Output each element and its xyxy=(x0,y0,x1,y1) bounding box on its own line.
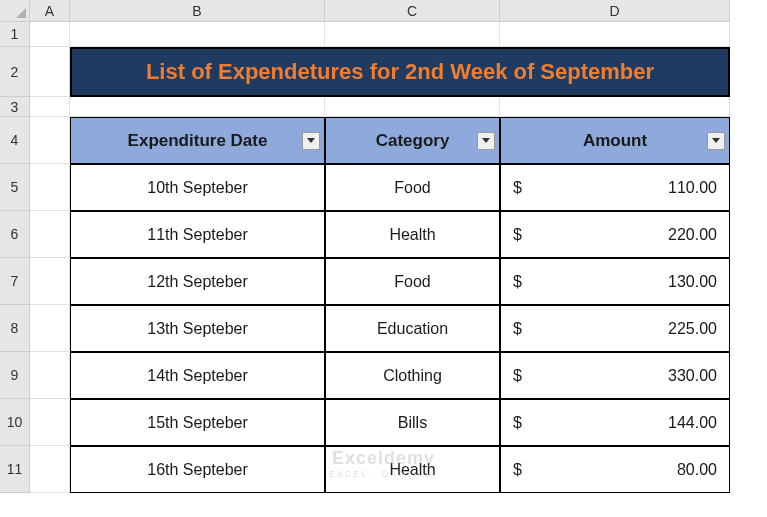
cell-date[interactable]: 14th Septeber xyxy=(70,352,325,399)
title-cell[interactable]: List of Expendetures for 2nd Week of Sep… xyxy=(70,47,730,97)
cell-amount[interactable]: $ 130.00 xyxy=(500,258,730,305)
row-header-10[interactable]: 10 xyxy=(0,399,30,446)
cell-A9[interactable] xyxy=(30,352,70,399)
cell-B3[interactable] xyxy=(70,97,325,117)
table-row: 12th Septeber Food $ 130.00 xyxy=(30,258,730,305)
cell-date[interactable]: 13th Septeber xyxy=(70,305,325,352)
amount-value: 130.00 xyxy=(668,273,717,291)
column-headers: A B C D xyxy=(30,0,730,22)
header-date[interactable]: Expenditure Date xyxy=(70,117,325,164)
currency-symbol: $ xyxy=(513,461,522,479)
table-row: 10th Septeber Food $ 110.00 xyxy=(30,164,730,211)
cell-category[interactable]: Clothing xyxy=(325,352,500,399)
table-row: 14th Septeber Clothing $ 330.00 xyxy=(30,352,730,399)
row-header-7[interactable]: 7 xyxy=(0,258,30,305)
spreadsheet-grid: List of Expendetures for 2nd Week of Sep… xyxy=(30,22,730,493)
cell-amount[interactable]: $ 110.00 xyxy=(500,164,730,211)
col-header-A[interactable]: A xyxy=(30,0,70,22)
cell-category[interactable]: Education xyxy=(325,305,500,352)
table-row: 11th Septeber Health $ 220.00 xyxy=(30,211,730,258)
row-header-4[interactable]: 4 xyxy=(0,117,30,164)
header-date-label: Expenditure Date xyxy=(128,131,268,151)
amount-value: 225.00 xyxy=(668,320,717,338)
cell-A11[interactable] xyxy=(30,446,70,493)
table-row: 13th Septeber Education $ 225.00 xyxy=(30,305,730,352)
cell-A5[interactable] xyxy=(30,164,70,211)
row-header-6[interactable]: 6 xyxy=(0,211,30,258)
row-header-9[interactable]: 9 xyxy=(0,352,30,399)
cell-amount[interactable]: $ 225.00 xyxy=(500,305,730,352)
currency-symbol: $ xyxy=(513,273,522,291)
table-row: 15th Septeber Bills $ 144.00 xyxy=(30,399,730,446)
row-header-1[interactable]: 1 xyxy=(0,22,30,47)
cell-A6[interactable] xyxy=(30,211,70,258)
cell-category[interactable]: Bills xyxy=(325,399,500,446)
col-header-C[interactable]: C xyxy=(325,0,500,22)
filter-button-date[interactable] xyxy=(302,132,320,150)
cell-category[interactable]: Health xyxy=(325,211,500,258)
filter-button-amount[interactable] xyxy=(707,132,725,150)
row-header-2[interactable]: 2 xyxy=(0,47,30,97)
cell-amount[interactable]: $ 80.00 xyxy=(500,446,730,493)
cell-B1[interactable] xyxy=(70,22,325,47)
header-category[interactable]: Category xyxy=(325,117,500,164)
cell-A10[interactable] xyxy=(30,399,70,446)
cell-A1[interactable] xyxy=(30,22,70,47)
currency-symbol: $ xyxy=(513,367,522,385)
currency-symbol: $ xyxy=(513,226,522,244)
cell-category[interactable]: Food xyxy=(325,164,500,211)
cell-category[interactable]: Food xyxy=(325,258,500,305)
amount-value: 144.00 xyxy=(668,414,717,432)
amount-value: 110.00 xyxy=(668,179,717,197)
row-header-8[interactable]: 8 xyxy=(0,305,30,352)
cell-A8[interactable] xyxy=(30,305,70,352)
row-headers: 1 2 3 4 5 6 7 8 9 10 11 xyxy=(0,22,30,493)
row-header-11[interactable]: 11 xyxy=(0,446,30,493)
cell-date[interactable]: 11th Septeber xyxy=(70,211,325,258)
table-row: 16th Septeber Health $ 80.00 xyxy=(30,446,730,493)
select-all-corner[interactable] xyxy=(0,0,30,22)
cell-D3[interactable] xyxy=(500,97,730,117)
amount-value: 80.00 xyxy=(677,461,717,479)
header-amount[interactable]: Amount xyxy=(500,117,730,164)
col-header-D[interactable]: D xyxy=(500,0,730,22)
cell-date[interactable]: 10th Septeber xyxy=(70,164,325,211)
cell-A4[interactable] xyxy=(30,117,70,164)
cell-A3[interactable] xyxy=(30,97,70,117)
cell-date[interactable]: 12th Septeber xyxy=(70,258,325,305)
cell-amount[interactable]: $ 144.00 xyxy=(500,399,730,446)
amount-value: 220.00 xyxy=(668,226,717,244)
cell-C1[interactable] xyxy=(325,22,500,47)
header-category-label: Category xyxy=(376,131,450,151)
cell-amount[interactable]: $ 220.00 xyxy=(500,211,730,258)
currency-symbol: $ xyxy=(513,414,522,432)
cell-A7[interactable] xyxy=(30,258,70,305)
cell-D1[interactable] xyxy=(500,22,730,47)
title-text: List of Expendetures for 2nd Week of Sep… xyxy=(146,59,654,85)
cell-amount[interactable]: $ 330.00 xyxy=(500,352,730,399)
cell-date[interactable]: 15th Septeber xyxy=(70,399,325,446)
amount-value: 330.00 xyxy=(668,367,717,385)
cell-A2[interactable] xyxy=(30,47,70,97)
filter-button-category[interactable] xyxy=(477,132,495,150)
cell-date[interactable]: 16th Septeber xyxy=(70,446,325,493)
row-header-3[interactable]: 3 xyxy=(0,97,30,117)
row-header-5[interactable]: 5 xyxy=(0,164,30,211)
currency-symbol: $ xyxy=(513,320,522,338)
col-header-B[interactable]: B xyxy=(70,0,325,22)
currency-symbol: $ xyxy=(513,179,522,197)
cell-category[interactable]: Health xyxy=(325,446,500,493)
cell-C3[interactable] xyxy=(325,97,500,117)
header-amount-label: Amount xyxy=(583,131,647,151)
